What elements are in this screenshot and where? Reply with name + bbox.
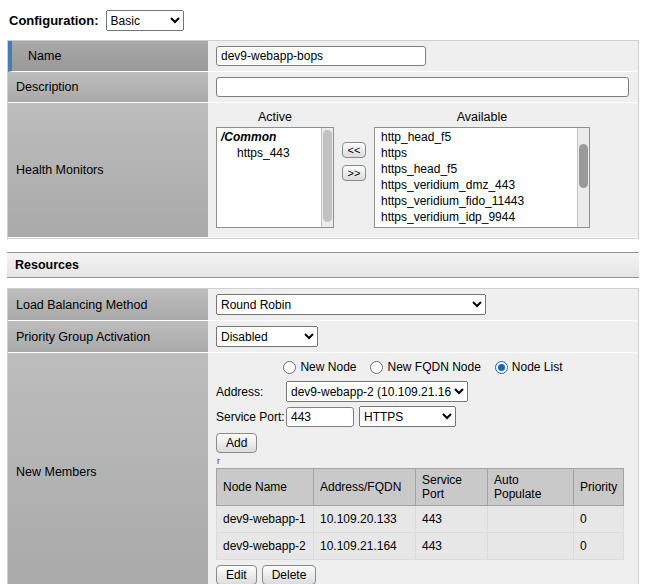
configuration-bar: Configuration: Basic xyxy=(9,10,639,31)
member-cell: 10.109.20.133 xyxy=(314,506,416,533)
member-cell: dev9-webapp-1 xyxy=(217,506,314,533)
active-list-header: Active xyxy=(216,110,334,127)
available-monitor-item[interactable]: https_veridium_fido_11443 xyxy=(375,193,577,209)
radio-label-text: Node List xyxy=(512,360,563,374)
scrollbar-thumb[interactable] xyxy=(323,130,332,222)
node-type-radios: New NodeNew FQDN NodeNode List xyxy=(216,360,630,374)
active-partition-group: /Common xyxy=(217,129,321,145)
priority-group-select[interactable]: Disabled xyxy=(216,326,318,347)
available-monitor-item[interactable]: https_veridium_idp_9944 xyxy=(375,209,577,225)
available-monitor-item[interactable]: https_veridium_dmz_443 xyxy=(375,177,577,193)
active-monitors-list[interactable]: /Common https_443 xyxy=(216,127,334,228)
description-label: Description xyxy=(8,72,208,103)
scrollbar-thumb[interactable] xyxy=(579,144,588,188)
stray-text: r xyxy=(217,457,630,466)
available-monitors-items: http_head_f5httpshttps_head_f5https_veri… xyxy=(375,128,577,227)
available-monitor-item[interactable]: https_head_f5 xyxy=(375,161,577,177)
column-header-address-fqdn: Address/FQDN xyxy=(314,469,416,506)
available-monitors-list[interactable]: http_head_f5httpshttps_head_f5https_veri… xyxy=(374,127,590,228)
column-header-service-port: Service Port xyxy=(416,469,488,506)
configuration-select[interactable]: Basic xyxy=(106,10,184,31)
edit-member-button[interactable]: Edit xyxy=(216,565,257,584)
service-type-select[interactable]: HTTPS xyxy=(359,406,456,427)
radio-icon[interactable] xyxy=(495,361,508,374)
active-list-scrollbar[interactable] xyxy=(321,128,333,227)
load-balancing-select[interactable]: Round Robin xyxy=(216,294,486,315)
radio-label-text: New FQDN Node xyxy=(387,360,480,374)
load-balancing-label: Load Balancing Method xyxy=(8,289,208,321)
move-right-button[interactable]: >> xyxy=(342,165,366,181)
available-list-header: Available xyxy=(374,110,590,127)
radio-new-node[interactable]: New Node xyxy=(283,360,356,374)
available-list-scrollbar[interactable] xyxy=(577,128,589,227)
radio-icon[interactable] xyxy=(283,361,296,374)
load-balancing-row: Load Balancing Method Round Robin xyxy=(8,289,638,321)
configuration-label: Configuration: xyxy=(9,13,99,28)
priority-group-label: Priority Group Activation xyxy=(8,321,208,353)
members-table-header-row: Node Name Address/FQDN Service Port Auto… xyxy=(217,469,624,506)
members-table-body: dev9-webapp-110.109.20.1334430dev9-webap… xyxy=(217,506,624,560)
service-port-label: Service Port: xyxy=(216,410,286,424)
health-monitors-row: Health Monitors Active /Common https_443… xyxy=(8,103,638,238)
service-port-input[interactable] xyxy=(286,407,354,427)
resources-section-header: Resources xyxy=(7,252,639,278)
available-monitor-item[interactable]: http_head_f5 xyxy=(375,129,577,145)
member-cell xyxy=(488,533,574,560)
general-properties-table: Name Description Health Monitors Active … xyxy=(7,40,639,239)
member-cell: dev9-webapp-2 xyxy=(217,533,314,560)
move-left-button[interactable]: << xyxy=(342,142,366,158)
address-label: Address: xyxy=(216,385,286,399)
member-cell: 0 xyxy=(574,506,624,533)
new-members-row: New Members New NodeNew FQDN NodeNode Li… xyxy=(8,353,638,584)
name-input[interactable] xyxy=(216,46,426,66)
column-header-node-name: Node Name xyxy=(217,469,314,506)
resources-table: Load Balancing Method Round Robin Priori… xyxy=(7,288,639,584)
member-cell: 10.109.21.164 xyxy=(314,533,416,560)
available-monitor-item[interactable]: https xyxy=(375,145,577,161)
health-monitors-label: Health Monitors xyxy=(8,103,208,238)
radio-icon[interactable] xyxy=(370,361,383,374)
description-input[interactable] xyxy=(216,77,629,97)
name-label: Name xyxy=(8,41,208,72)
delete-member-button[interactable]: Delete xyxy=(262,565,317,584)
member-cell xyxy=(488,506,574,533)
address-select[interactable]: dev9-webapp-2 (10.109.21.164) xyxy=(286,381,468,402)
column-header-priority: Priority xyxy=(574,469,624,506)
name-row: Name xyxy=(8,41,638,72)
add-member-button[interactable]: Add xyxy=(216,433,257,453)
radio-node-list[interactable]: Node List xyxy=(495,360,563,374)
member-cell: 443 xyxy=(416,506,488,533)
members-table: Node Name Address/FQDN Service Port Auto… xyxy=(216,468,624,560)
priority-group-row: Priority Group Activation Disabled xyxy=(8,321,638,353)
new-members-label: New Members xyxy=(8,353,208,584)
radio-label-text: New Node xyxy=(300,360,356,374)
active-monitor-item[interactable]: https_443 xyxy=(217,145,321,161)
column-header-auto-populate: Auto Populate xyxy=(488,469,574,506)
description-row: Description xyxy=(8,72,638,103)
member-cell: 0 xyxy=(574,533,624,560)
radio-new-fqdn-node[interactable]: New FQDN Node xyxy=(370,360,480,374)
member-cell: 443 xyxy=(416,533,488,560)
member-row[interactable]: dev9-webapp-210.109.21.1644430 xyxy=(217,533,624,560)
member-row[interactable]: dev9-webapp-110.109.20.1334430 xyxy=(217,506,624,533)
